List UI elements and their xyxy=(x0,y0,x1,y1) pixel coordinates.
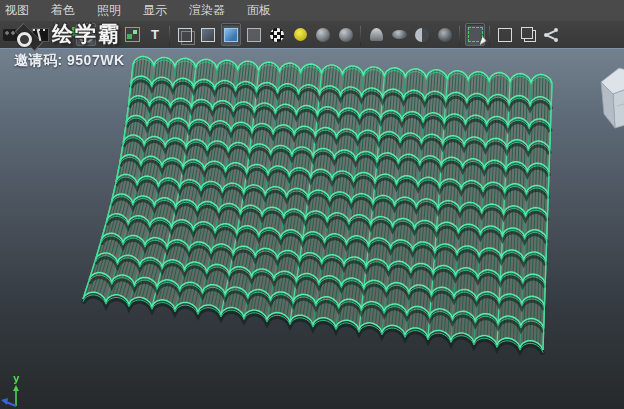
outline-cube-icon[interactable] xyxy=(495,23,515,46)
disc-icon[interactable] xyxy=(389,23,409,46)
soft-sphere-icon[interactable] xyxy=(435,23,455,46)
invite-code-watermark: 邀请码: 9507WK xyxy=(14,52,125,70)
menu-item-5[interactable]: 渲染器 xyxy=(180,0,238,21)
half-sphere-icon-glyph xyxy=(415,28,429,42)
checker-sphere-icon-glyph xyxy=(270,28,284,42)
menu-item-1[interactable]: 视图 xyxy=(0,0,42,21)
isolate-select-icon-glyph xyxy=(468,27,483,42)
wireframe-cube-icon-glyph xyxy=(178,28,192,42)
text-tool-icon[interactable]: T xyxy=(145,23,165,46)
shaded-mode-cube-icon[interactable] xyxy=(221,23,241,46)
share-icon[interactable] xyxy=(541,23,561,46)
material-sphere-2-icon[interactable] xyxy=(336,23,356,46)
wireframe-cube-icon[interactable] xyxy=(175,23,195,46)
menu-item-2[interactable]: 着色 xyxy=(42,0,88,21)
material-sphere-icon[interactable] xyxy=(313,23,333,46)
uv-grid-icon-glyph xyxy=(125,27,140,42)
view-cube-graphic xyxy=(597,62,624,132)
brand-watermark: 绘学霸 xyxy=(8,19,121,49)
material-sphere-icon-glyph xyxy=(316,28,330,42)
wireframe-shaded-cube-icon[interactable] xyxy=(198,23,218,46)
share-icon-glyph xyxy=(544,28,558,42)
lamp-bell-icon[interactable] xyxy=(366,23,386,46)
viewport-3d[interactable]: 邀请码: 9507WK xyxy=(0,48,624,409)
wireframe-shaded-cube-icon-glyph xyxy=(201,28,215,42)
default-light-icon-glyph xyxy=(294,28,307,41)
checker-sphere-icon[interactable] xyxy=(267,23,287,46)
lamp-bell-icon-glyph xyxy=(370,28,383,41)
textured-cube-icon[interactable] xyxy=(244,23,264,46)
uv-grid-icon[interactable] xyxy=(122,23,142,46)
layers-icon-glyph xyxy=(521,27,533,39)
maya-viewport-window: 视图着色照明显示渲染器面板 ✕T 邀请码: 9507WK 绘学霸 xyxy=(0,0,624,409)
toolbar-group-misc xyxy=(489,23,561,46)
outline-cube-icon-glyph xyxy=(498,28,512,42)
textured-cube-icon-glyph xyxy=(247,28,261,42)
toolbar-group-shading xyxy=(169,23,356,46)
half-sphere-icon[interactable] xyxy=(412,23,432,46)
soft-sphere-icon-glyph xyxy=(438,28,452,42)
disc-icon-glyph xyxy=(392,30,407,39)
shaded-mode-cube-icon-glyph xyxy=(224,28,238,42)
menu-item-3[interactable]: 照明 xyxy=(88,0,134,21)
brand-name: 绘学霸 xyxy=(52,20,121,48)
text-tool-icon-glyph: T xyxy=(151,28,159,41)
toolbar-group-lighting xyxy=(360,23,455,46)
toolbar-group-select xyxy=(459,23,485,46)
layers-icon[interactable] xyxy=(518,23,538,46)
material-sphere-2-icon-glyph xyxy=(339,28,353,42)
isolate-select-icon[interactable] xyxy=(465,23,485,46)
wireframe-mesh-canvas[interactable] xyxy=(0,49,624,409)
view-cube[interactable] xyxy=(597,62,624,132)
menu-item-6[interactable]: 面板 xyxy=(238,0,284,21)
default-light-icon[interactable] xyxy=(290,23,310,46)
graduation-cap-icon xyxy=(8,21,50,47)
menu-item-4[interactable]: 显示 xyxy=(134,0,180,21)
